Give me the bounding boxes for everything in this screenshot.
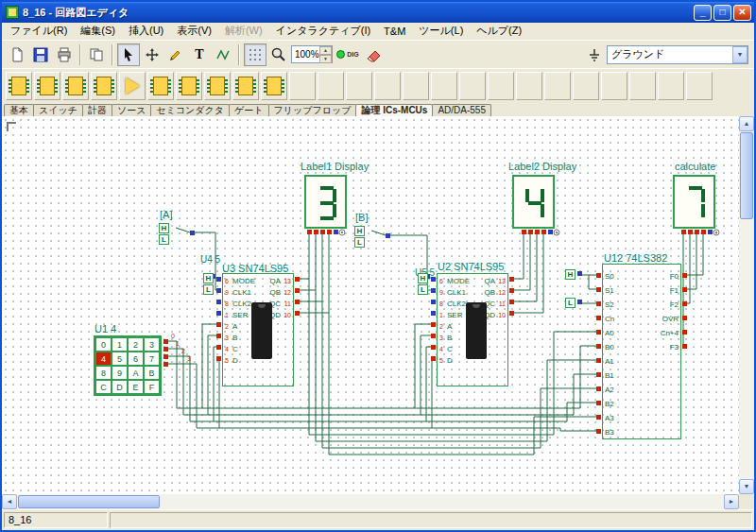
keypad-key[interactable]: 6 — [128, 352, 144, 366]
pin-label: A1 — [605, 357, 614, 366]
source-a-l-switch[interactable]: L — [159, 234, 169, 245]
titlebar[interactable]: 8_16 - 回路図エディタ _ □ ✕ — [2, 2, 754, 23]
ic-component-button-5[interactable] — [119, 72, 146, 100]
keypad-key[interactable]: B — [144, 366, 160, 380]
ic-u2[interactable]: 6MODE 9CLK1 8CLK2 1SER 2A 3B 4C 5D QA13 … — [437, 273, 508, 386]
ic-component-button-4[interactable] — [91, 72, 117, 100]
pin-row: Cn — [605, 312, 614, 326]
close-button[interactable]: ✕ — [733, 5, 751, 21]
keypad-key[interactable]: 0 — [95, 337, 112, 352]
tab-switch[interactable]: スイッチ — [33, 104, 83, 116]
menu-insert[interactable]: 挿入(U) — [122, 23, 170, 39]
print-button[interactable] — [53, 43, 76, 66]
ic-component-button-6[interactable] — [147, 72, 174, 100]
new-file-button[interactable] — [6, 43, 28, 66]
keypad-key[interactable]: F — [144, 380, 160, 394]
keypad-key[interactable]: 7 — [144, 352, 160, 366]
menu-interactive[interactable]: インタラクティブ(I) — [269, 23, 377, 39]
ic-component-button-10[interactable] — [261, 72, 287, 100]
keypad-key[interactable]: 1 — [112, 337, 128, 352]
menu-help[interactable]: ヘルプ(Z) — [470, 23, 528, 39]
minimize-button[interactable]: _ — [694, 5, 712, 21]
vertical-scroll-thumb[interactable] — [740, 132, 753, 219]
keypad-key[interactable]: 2 — [128, 337, 144, 352]
copy-button[interactable] — [85, 43, 108, 66]
menu-file[interactable]: ファイル(R) — [4, 23, 74, 39]
keypad-key[interactable]: D — [112, 380, 128, 394]
keypad-key[interactable]: E — [128, 380, 144, 394]
tab-semiconductor[interactable]: セミコンダクタ — [150, 104, 230, 116]
maximize-button[interactable]: □ — [713, 5, 731, 21]
horizontal-scroll-thumb[interactable] — [18, 495, 160, 508]
vertical-scrollbar[interactable]: ▲ ▼ — [739, 116, 754, 494]
u4-l-switch[interactable]: L — [203, 284, 214, 295]
ic-component-button-7[interactable] — [176, 72, 202, 100]
u5-l-switch[interactable]: L — [418, 284, 428, 295]
tab-gates[interactable]: ゲート — [229, 104, 268, 116]
display-label1[interactable] — [304, 175, 347, 229]
window-title: 8_16 - 回路図エディタ — [23, 6, 692, 20]
ground-symbol-button[interactable] — [583, 43, 606, 66]
pin-label: B — [232, 334, 237, 342]
scroll-left-button[interactable]: ◄ — [2, 494, 17, 509]
save-button[interactable] — [29, 43, 52, 66]
text-tool-button[interactable]: T — [188, 43, 211, 66]
source-b-h-switch[interactable]: H — [354, 226, 365, 236]
menu-tm[interactable]: T&M — [377, 25, 412, 38]
keypad-u1[interactable]: 0 1 2 3 4 5 6 7 8 9 A B C D E F — [94, 335, 162, 396]
scroll-down-button[interactable]: ▼ — [739, 479, 754, 494]
zoom-down-button[interactable]: ▼ — [319, 55, 332, 63]
menu-view[interactable]: 表示(V) — [170, 23, 218, 39]
ic-component-button-8[interactable] — [204, 72, 231, 100]
schematic-canvas[interactable]: Label1 Display Label2 Display calculate — [2, 116, 739, 494]
horizontal-scrollbar[interactable]: ◄ ► — [2, 494, 739, 509]
ic-component-button-2[interactable] — [34, 72, 60, 100]
keypad-key[interactable]: C — [95, 380, 112, 394]
ic-u3[interactable]: 6MODE 9CLK1 8CLK2 1SER 2A 3B 4C 5D QA13 … — [222, 273, 294, 386]
tab-flipflop[interactable]: フリップフロップ — [268, 104, 357, 116]
source-b-l-switch[interactable]: L — [354, 237, 365, 248]
combobox-dropdown-icon[interactable]: ▼ — [732, 46, 747, 63]
menu-tools[interactable]: ツール(L) — [412, 23, 470, 39]
select-tool-button[interactable] — [117, 43, 140, 66]
tab-meters[interactable]: 計器 — [82, 104, 112, 116]
zoom-level-spinner[interactable]: 100% ▲▼ — [291, 45, 333, 63]
keypad-key[interactable]: 3 — [144, 337, 160, 352]
source-a-h-switch[interactable]: H — [159, 223, 169, 233]
menu-edit[interactable]: 編集(S) — [74, 23, 122, 39]
zoom-tool-button[interactable] — [267, 43, 290, 66]
tab-basic[interactable]: 基本 — [4, 104, 34, 116]
empty-toolbar-slot — [629, 72, 656, 100]
keypad-key[interactable]: A — [128, 366, 144, 380]
display-calculate[interactable] — [673, 175, 715, 229]
u12-l-switch[interactable]: L — [565, 298, 576, 308]
ic-u12[interactable]: S0 S1 S2 Cn A0 B0 A1 B1 A2 B2 A3 B3 F0 F… — [602, 264, 681, 439]
scroll-up-button[interactable]: ▲ — [739, 116, 754, 131]
keypad-key-active[interactable]: 4 — [95, 352, 112, 366]
u5-h-switch[interactable]: H — [418, 273, 428, 283]
tab-ad-da-555[interactable]: AD/DA-555 — [432, 104, 491, 116]
u12-h-switch[interactable]: H — [565, 269, 576, 280]
scroll-right-button[interactable]: ► — [724, 494, 739, 509]
zoom-up-button[interactable]: ▲ — [319, 46, 332, 55]
keypad-key[interactable]: 9 — [112, 366, 128, 380]
erase-tool-button[interactable] — [363, 43, 386, 66]
pan-tool-button[interactable] — [141, 43, 163, 66]
ic-component-button-1[interactable] — [6, 72, 32, 100]
ic-component-button-3[interactable] — [62, 72, 89, 100]
pin-row: F3 — [661, 340, 679, 354]
display-label2[interactable] — [512, 175, 555, 229]
tab-logic-ics-mcus[interactable]: 論理 ICs-MCUs — [355, 104, 433, 116]
grid-toggle-button[interactable] — [244, 43, 266, 66]
wire-tool-button[interactable] — [212, 43, 234, 66]
tab-sources[interactable]: ソース — [112, 104, 151, 116]
menu-analysis[interactable]: 解析(W) — [218, 23, 269, 39]
keypad-key[interactable]: 8 — [95, 366, 112, 380]
keypad-key[interactable]: 5 — [112, 352, 128, 366]
dig-mode-button[interactable]: DIG — [334, 43, 362, 66]
ic-component-button-9[interactable] — [232, 72, 259, 100]
empty-toolbar-slot — [573, 72, 599, 100]
ground-combobox[interactable]: グラウンド ▼ — [607, 45, 748, 64]
pencil-tool-button[interactable] — [164, 43, 187, 66]
u4-h-switch[interactable]: H — [203, 273, 214, 283]
